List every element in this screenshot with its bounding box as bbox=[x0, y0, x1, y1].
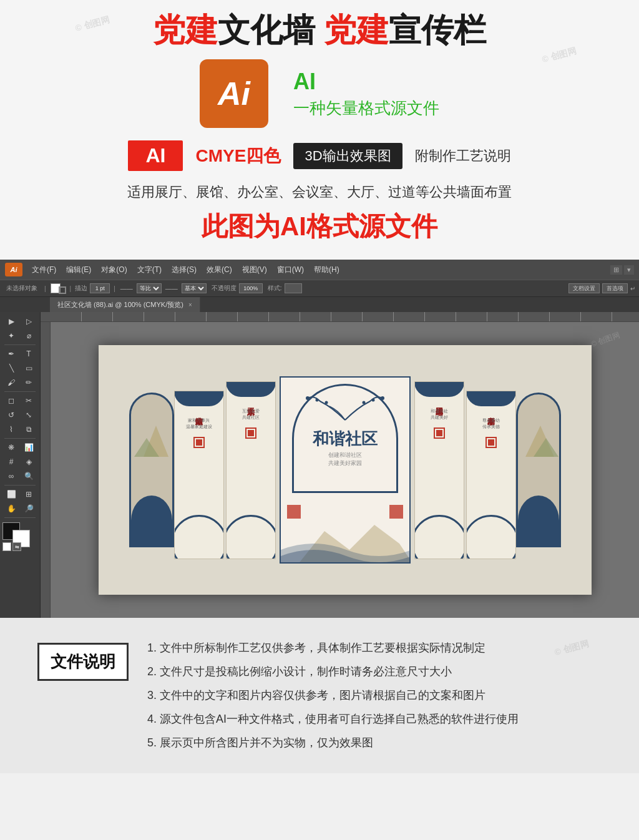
panel-3: 邻里团结 和谐共处共建美好 bbox=[414, 381, 464, 559]
blend-tool-btn[interactable]: ∞ bbox=[3, 469, 19, 483]
right-mountain-svg bbox=[518, 407, 561, 469]
canvas-watermark: © 创图网 bbox=[589, 330, 621, 350]
zoom-tool-btn[interactable]: 🔎 bbox=[21, 502, 37, 515]
base-select[interactable]: 基本 bbox=[182, 283, 207, 293]
doc-settings-btn[interactable]: 文档设置 bbox=[568, 283, 600, 293]
magic-lasso-row: ✦ ⌀ bbox=[3, 329, 37, 343]
svg-point-2 bbox=[306, 396, 310, 400]
menu-object[interactable]: 对象(O) bbox=[97, 263, 131, 276]
file-note-5: 5. 展示页中所含图片并不为实物，仅为效果图 bbox=[147, 731, 602, 755]
ai-app-icon: Ai bbox=[5, 263, 22, 276]
pencil-tool-btn[interactable]: ✏ bbox=[21, 376, 37, 389]
menu-window[interactable]: 窗口(W) bbox=[273, 263, 308, 276]
menu-select[interactable]: 选择(S) bbox=[167, 263, 201, 276]
eraser-tool-btn[interactable]: ◻ bbox=[3, 394, 19, 408]
main-title-row: 党建文化墙 党建宣传栏 bbox=[25, 12, 614, 48]
ai-canvas-area: © 创图网 bbox=[41, 312, 639, 618]
shape-tool-btn[interactable]: ▭ bbox=[21, 361, 37, 375]
file-notes: 1. 文件中所标制作工艺仅供参考，具体制作工艺要根据实际情况制定 2. 文件尺寸… bbox=[147, 637, 602, 755]
arc-8 bbox=[466, 515, 516, 559]
right-end-cap bbox=[516, 393, 561, 547]
fill-stroke-controls[interactable] bbox=[51, 283, 66, 294]
panel-4-decor bbox=[485, 437, 497, 448]
scissors-tool-btn[interactable]: ✂ bbox=[21, 394, 37, 408]
menu-text[interactable]: 文字(T) bbox=[133, 263, 166, 276]
menu-file[interactable]: 文件(F) bbox=[27, 263, 61, 276]
title-black-2: 宣传栏 bbox=[389, 12, 486, 48]
window-icon-btn[interactable]: ⊞ bbox=[610, 265, 622, 275]
document-tab[interactable]: 社区文化墙 (88).ai @ 100% (CMYK/预览) × bbox=[50, 297, 200, 312]
menu-help[interactable]: 帮助(H) bbox=[310, 263, 344, 276]
column-graph-btn[interactable]: 📊 bbox=[21, 441, 37, 454]
file-label-box: 文件说明 bbox=[37, 643, 129, 681]
center-sub2: 共建美好家园 bbox=[313, 459, 378, 467]
file-note-4: 4. 源文件包含AI一种文件格式，使用者可自行选择自己熟悉的软件进行使用 bbox=[147, 708, 602, 731]
hand-tool-btn[interactable]: ✋ bbox=[3, 502, 19, 515]
type-tool-btn[interactable]: T bbox=[21, 347, 37, 361]
line-tools-row: ╲ ▭ bbox=[3, 361, 37, 375]
pen-tool-btn[interactable]: ✒ bbox=[3, 347, 19, 361]
free-transform-btn[interactable]: ⧉ bbox=[21, 422, 37, 436]
stroke-width-input[interactable] bbox=[90, 283, 110, 293]
center-panel: 和谐社区 创建和谐社区 共建美好家园 bbox=[280, 376, 411, 564]
symbol-tool-btn[interactable]: ❋ bbox=[3, 441, 19, 454]
ai-icon-box: Ai bbox=[200, 59, 268, 128]
red-seal-1 bbox=[287, 505, 301, 519]
title-black-1: 文化墙 bbox=[218, 12, 324, 48]
direct-select-tool-btn[interactable]: ▷ bbox=[21, 315, 37, 328]
canvas-row: © 创图网 bbox=[41, 322, 639, 618]
panel-1-text: 家和万事兴温馨家庭建设 bbox=[183, 415, 215, 432]
panel-2-decor bbox=[245, 427, 256, 439]
none-indicator[interactable] bbox=[2, 542, 11, 551]
tool-divider-1 bbox=[4, 344, 36, 345]
paintbrush-tool-btn[interactable]: 🖌 bbox=[3, 376, 19, 389]
panel-3-header bbox=[414, 382, 464, 397]
red-seal-2 bbox=[389, 505, 403, 519]
style-box[interactable] bbox=[285, 283, 302, 293]
mesh-tool-btn[interactable]: # bbox=[3, 455, 19, 469]
lasso-tool-btn[interactable]: ⌀ bbox=[21, 329, 37, 343]
artboard-tool-btn[interactable]: ⬜ bbox=[3, 487, 19, 501]
center-main-text: 和谐社区 创建和谐社区 共建美好家园 bbox=[313, 428, 378, 467]
warp-tool-btn[interactable]: ⌇ bbox=[3, 422, 19, 436]
slice-tool-btn[interactable]: ⊞ bbox=[21, 487, 37, 501]
magic-wand-tool-btn[interactable]: ✦ bbox=[3, 329, 19, 343]
eraser-tools-row: ◻ ✂ bbox=[3, 394, 37, 408]
main-title: 党建文化墙 党建宣传栏 bbox=[153, 12, 486, 48]
canvas-background[interactable]: © 创图网 bbox=[51, 322, 639, 618]
toolbar-more-btn[interactable]: ↵ bbox=[630, 285, 635, 292]
right-cap-arc bbox=[518, 496, 559, 545]
tool-divider-4 bbox=[4, 485, 36, 486]
menu-effect[interactable]: 效果(C) bbox=[202, 263, 237, 276]
ratio-select[interactable]: 等比 bbox=[137, 283, 162, 293]
rotate-tool-btn[interactable]: ↺ bbox=[3, 408, 19, 422]
panel-1-header bbox=[174, 391, 224, 406]
tool-divider-3 bbox=[4, 438, 36, 439]
first-page-btn[interactable]: 首选项 bbox=[602, 283, 628, 293]
opacity-input[interactable] bbox=[239, 283, 263, 293]
tab-close-btn[interactable]: × bbox=[188, 301, 192, 308]
artboard-row: ⬜ ⊞ bbox=[3, 487, 37, 501]
window-menu-btn[interactable]: ▾ bbox=[624, 265, 634, 275]
menu-view[interactable]: 视图(V) bbox=[238, 263, 271, 276]
menu-edit[interactable]: 编辑(E) bbox=[62, 263, 95, 276]
tool-divider-5 bbox=[4, 517, 36, 518]
select-tool-btn[interactable]: ▶ bbox=[3, 315, 19, 328]
svg-point-3 bbox=[315, 399, 318, 402]
swap-btn[interactable]: ⇆ bbox=[12, 542, 21, 551]
gradient-tool-btn[interactable]: ◈ bbox=[21, 455, 37, 469]
arc-2 bbox=[174, 515, 224, 559]
toolbar-divider-1: | bbox=[42, 285, 48, 292]
scale-tool-btn[interactable]: ⤡ bbox=[21, 408, 37, 422]
ai-window: Ai 文件(F) 编辑(E) 对象(O) 文字(T) 选择(S) 效果(C) 视… bbox=[0, 260, 639, 618]
svg-point-4 bbox=[324, 401, 328, 404]
panel-4-decor-inner bbox=[488, 439, 494, 446]
panel-1-decor-inner bbox=[196, 439, 202, 446]
center-arch-frame: 和谐社区 创建和谐社区 共建美好家园 bbox=[292, 384, 398, 493]
panel-4-arcs bbox=[466, 515, 516, 559]
ai-tab-bar: 社区文化墙 (88).ai @ 100% (CMYK/预览) × bbox=[0, 297, 639, 312]
no-selection-label: 未选择对象 bbox=[4, 284, 40, 293]
eyedropper-tool-btn[interactable]: 🔍 bbox=[21, 469, 37, 483]
line-tool-btn[interactable]: ╲ bbox=[3, 361, 19, 375]
panel-1-decor bbox=[193, 437, 205, 448]
